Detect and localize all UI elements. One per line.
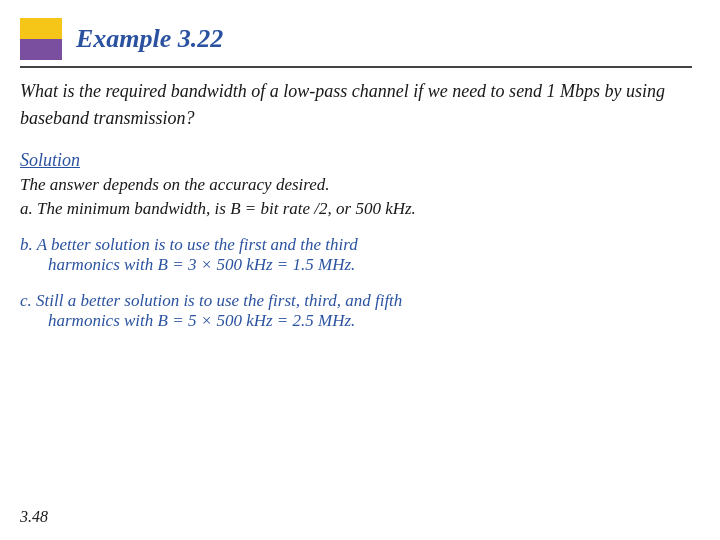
page-container: Example 3.22 What is the required bandwi… [0, 0, 720, 540]
part-b-container: b. A better solution is to use the first… [20, 235, 692, 275]
part-c-container: c. Still a better solution is to use the… [20, 291, 692, 331]
part-b-line2: harmonics with B = 3 × 500 kHz = 1.5 MHz… [20, 255, 692, 275]
color-block-bottom [20, 39, 62, 60]
header-area: Example 3.22 [20, 18, 692, 68]
color-block-icon [20, 18, 62, 60]
page-number: 3.48 [20, 508, 48, 526]
solution-label: Solution [20, 150, 692, 171]
part-c-line1: c. Still a better solution is to use the… [20, 291, 692, 311]
part-b-line1: b. A better solution is to use the first… [20, 235, 692, 255]
part-c-line2: harmonics with B = 5 × 500 kHz = 2.5 MHz… [20, 311, 692, 331]
part-a: a. The minimum bandwidth, is B = bit rat… [20, 199, 692, 219]
color-block-top [20, 18, 62, 39]
answer-intro: The answer depends on the accuracy desir… [20, 175, 692, 195]
page-title: Example 3.22 [76, 24, 223, 54]
question-text: What is the required bandwidth of a low-… [20, 78, 692, 132]
